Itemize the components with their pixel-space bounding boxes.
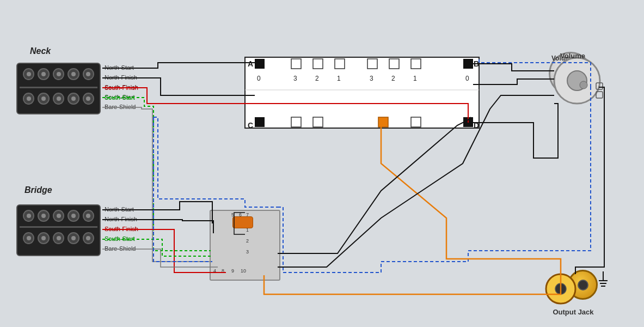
svg-text:B: B bbox=[474, 59, 479, 68]
svg-rect-32 bbox=[596, 92, 603, 98]
bridge-dot-1 bbox=[23, 210, 34, 222]
neck-dot-5 bbox=[83, 68, 94, 80]
neck-pickup bbox=[16, 63, 101, 114]
svg-text:0: 0 bbox=[257, 75, 261, 82]
neck-dot-9 bbox=[68, 93, 79, 105]
svg-text:1: 1 bbox=[337, 75, 341, 82]
svg-text:A: A bbox=[248, 59, 253, 68]
svg-text:3: 3 bbox=[370, 75, 373, 82]
neck-dot-7 bbox=[38, 93, 49, 105]
bridge-dot-2 bbox=[38, 210, 49, 222]
svg-rect-0 bbox=[245, 57, 479, 128]
svg-rect-31 bbox=[596, 83, 603, 89]
svg-rect-7 bbox=[313, 59, 323, 69]
bridge-bare-shield-label: Bare-Shield bbox=[105, 245, 136, 252]
svg-rect-22 bbox=[255, 117, 265, 127]
volume-pot-label: Volume bbox=[560, 52, 585, 60]
bridge-label: Bridge bbox=[24, 185, 52, 195]
neck-dot-1 bbox=[23, 68, 34, 80]
svg-rect-26 bbox=[411, 117, 421, 127]
neck-dot-10 bbox=[83, 93, 94, 105]
svg-rect-6 bbox=[291, 59, 301, 69]
neck-bare-shield-label: Bare-Shield bbox=[105, 104, 136, 110]
bridge-north-finish-label: North-Finish bbox=[105, 216, 137, 222]
bridge-pickup bbox=[16, 204, 101, 256]
svg-rect-8 bbox=[335, 59, 345, 69]
bridge-dot-10 bbox=[83, 232, 94, 244]
neck-north-start-label: North-Start bbox=[105, 64, 134, 71]
bridge-south-finish-label-colored: South-Finish bbox=[105, 226, 138, 232]
neck-north-finish-label: North-Finish bbox=[105, 74, 137, 81]
bridge-dot-4 bbox=[68, 210, 79, 222]
neck-south-finish-label-colored: South-Finish bbox=[105, 84, 138, 91]
svg-text:1: 1 bbox=[413, 75, 417, 82]
neck-dot-2 bbox=[38, 68, 49, 80]
bridge-dot-5 bbox=[83, 210, 94, 222]
output-jack bbox=[568, 270, 598, 300]
neck-dot-6 bbox=[23, 93, 34, 105]
svg-rect-11 bbox=[411, 59, 421, 69]
bridge-dot-9 bbox=[68, 232, 79, 244]
neck-dot-4 bbox=[68, 68, 79, 80]
svg-text:C: C bbox=[248, 121, 253, 130]
5-way-switch: 5 6 7 1 2 3 4 8 9 10 bbox=[210, 210, 280, 281]
svg-text:2: 2 bbox=[391, 75, 395, 82]
wiring-svg: A B C D 0 3 2 1 3 2 1 0 bbox=[0, 0, 644, 327]
svg-point-34 bbox=[555, 283, 566, 294]
svg-text:0: 0 bbox=[465, 75, 469, 82]
svg-text:2: 2 bbox=[315, 75, 319, 82]
bridge-dot-7 bbox=[38, 232, 49, 244]
svg-rect-10 bbox=[389, 59, 399, 69]
wiring-diagram: Neck North-Start North-Finish South-Fini… bbox=[0, 0, 644, 327]
svg-rect-9 bbox=[367, 59, 377, 69]
bridge-north-start-label: North-Start bbox=[105, 206, 134, 213]
bridge-dot-6 bbox=[23, 232, 34, 244]
svg-rect-24 bbox=[313, 117, 323, 127]
svg-rect-25 bbox=[378, 117, 388, 127]
svg-rect-5 bbox=[255, 59, 265, 69]
neck-dot-8 bbox=[53, 93, 64, 105]
svg-text:D: D bbox=[474, 121, 479, 130]
svg-text:3: 3 bbox=[293, 75, 297, 82]
bridge-dot-8 bbox=[53, 232, 64, 244]
svg-rect-12 bbox=[463, 59, 473, 69]
neck-label: Neck bbox=[30, 46, 51, 56]
svg-rect-23 bbox=[291, 117, 301, 127]
bridge-south-start-label-colored: South-Start bbox=[105, 235, 135, 242]
neck-dot-3 bbox=[53, 68, 64, 80]
bridge-dot-3 bbox=[53, 210, 64, 222]
neck-south-start-label-colored: South-Start bbox=[105, 94, 135, 101]
svg-rect-27 bbox=[463, 117, 473, 127]
output-jack-label: Output Jack bbox=[549, 308, 598, 316]
